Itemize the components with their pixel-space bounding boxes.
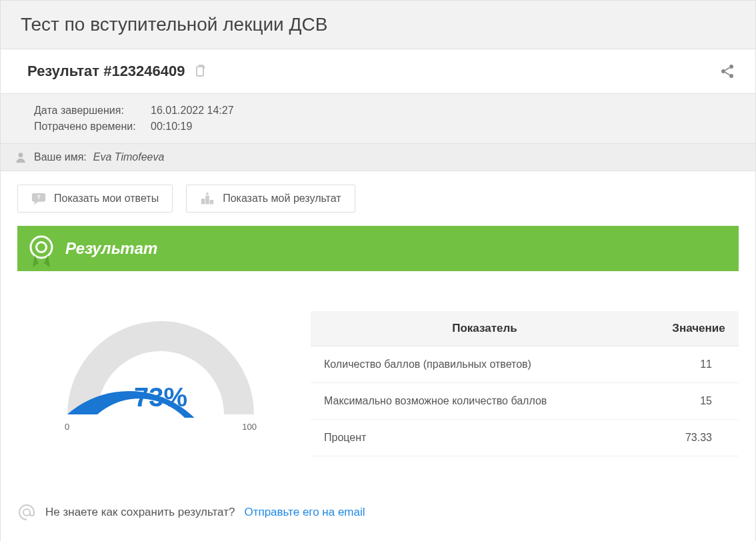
ribbon-badge-icon xyxy=(28,235,55,262)
speech-bubble-icon: ? xyxy=(31,192,46,205)
time-spent-value: 00:10:19 xyxy=(151,121,192,133)
footer-question: Не знаете как сохранить результат? xyxy=(45,506,235,519)
metric-value: 73.33 xyxy=(659,420,739,456)
result-banner: Результат xyxy=(17,226,739,271)
gauge-axis-labels: 0 100 xyxy=(61,422,261,432)
name-value: Eva Timofeeva xyxy=(93,151,165,163)
name-label: Ваше имя: xyxy=(34,151,87,163)
table-row: Максимально возможное количество баллов1… xyxy=(311,383,739,420)
metric-label: Максимально возможное количество баллов xyxy=(311,383,659,420)
svg-point-2 xyxy=(721,69,725,73)
at-sign-icon xyxy=(17,503,36,522)
meta-row-timespent: Потрачено времени: 00:10:19 xyxy=(34,121,729,133)
gauge-chart: 73% xyxy=(61,311,261,418)
gauge-min: 0 xyxy=(65,422,69,432)
svg-rect-8 xyxy=(205,195,209,204)
page-title-bar: Тест по вступительной лекции ДСВ xyxy=(0,0,756,49)
metrics-header-value: Значение xyxy=(659,311,739,346)
table-row: Количество баллов (правильных ответов)11 xyxy=(311,346,739,383)
svg-point-1 xyxy=(729,65,733,69)
podium-icon xyxy=(200,192,215,205)
name-block: Ваше имя: Eva Timofeeva xyxy=(0,144,756,171)
svg-point-14 xyxy=(23,509,30,516)
content-area: ? Показать мои ответы Показать мой резул… xyxy=(0,171,756,541)
result-id-title: Результат #123246409 xyxy=(27,63,185,80)
metrics-table: Показатель Значение Количество баллов (п… xyxy=(311,311,739,456)
send-email-link[interactable]: Отправьте его на email xyxy=(244,506,365,519)
svg-point-3 xyxy=(729,74,733,78)
svg-point-4 xyxy=(19,153,23,157)
table-row: Процент73.33 xyxy=(311,420,739,456)
svg-rect-7 xyxy=(201,199,205,204)
button-row: ? Показать мои ответы Показать мой резул… xyxy=(17,185,739,213)
completed-value: 16.01.2022 14:27 xyxy=(151,105,234,117)
svg-rect-0 xyxy=(197,67,203,76)
svg-point-10 xyxy=(206,193,209,195)
show-answers-button[interactable]: ? Показать мои ответы xyxy=(17,185,173,213)
results-grid: 73% 0 100 Показатель Значение Количество… xyxy=(17,311,739,456)
svg-text:?: ? xyxy=(37,194,41,201)
share-icon[interactable] xyxy=(719,63,735,79)
show-result-label: Показать мой результат xyxy=(223,193,341,205)
metric-label: Процент xyxy=(311,420,659,456)
footer-hint: Не знаете как сохранить результат? Отпра… xyxy=(17,503,739,522)
meta-block: Дата завершения: 16.01.2022 14:27 Потрач… xyxy=(0,94,756,144)
completed-label: Дата завершения: xyxy=(34,105,144,117)
result-banner-text: Результат xyxy=(65,239,157,258)
show-answers-label: Показать мои ответы xyxy=(54,193,159,205)
meta-row-completed: Дата завершения: 16.01.2022 14:27 xyxy=(34,105,729,117)
metric-value: 11 xyxy=(659,346,739,383)
page-title: Тест по вступительной лекции ДСВ xyxy=(21,14,735,35)
time-spent-label: Потрачено времени: xyxy=(34,121,144,133)
gauge-wrap: 73% 0 100 xyxy=(17,311,284,432)
result-header-left: Результат #123246409 xyxy=(27,63,205,80)
person-icon xyxy=(14,151,27,164)
svg-point-13 xyxy=(37,243,45,251)
metric-value: 15 xyxy=(659,383,739,420)
svg-rect-9 xyxy=(210,200,213,204)
show-result-button[interactable]: Показать мой результат xyxy=(186,185,355,213)
result-header: Результат #123246409 xyxy=(0,49,756,94)
metric-label: Количество баллов (правильных ответов) xyxy=(311,346,659,383)
gauge-value: 73% xyxy=(61,382,261,412)
copy-icon[interactable] xyxy=(195,65,205,78)
gauge-max: 100 xyxy=(242,422,257,432)
metrics-header-metric: Показатель xyxy=(311,311,659,346)
